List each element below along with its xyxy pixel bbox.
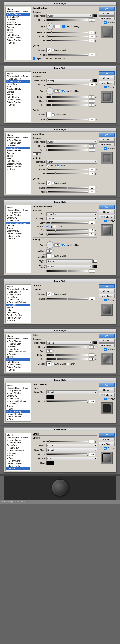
style-stroke-6[interactable]: ✓ Stroke (6, 369, 30, 371)
style-color-overlay-2[interactable]: Color Overlay (6, 96, 30, 98)
cancel-button-2[interactable]: Cancel (98, 76, 114, 80)
style-gradient-overlay-3[interactable]: Gradient Overlay (6, 162, 30, 165)
noise-slider-1[interactable] (46, 54, 88, 56)
noise-input-1[interactable] (89, 53, 95, 56)
size-input-2[interactable] (89, 104, 94, 107)
style-blending-3[interactable]: Blending Options: Default (6, 136, 30, 139)
ok-button-2[interactable]: OK (98, 72, 114, 76)
angle-input-4[interactable] (54, 243, 60, 246)
style-satin-1[interactable]: ✓ Satin (6, 31, 30, 34)
choke-slider-3[interactable] (46, 168, 88, 170)
cancel-button-3[interactable]: Cancel (98, 138, 114, 142)
style-outer-glow-4[interactable]: Outer Glow (6, 216, 30, 219)
style-pattern-overlay-6[interactable]: Pattern Overlay (6, 366, 30, 369)
new-style-button-4[interactable]: New Style... (98, 215, 114, 219)
angle-dial-4[interactable] (46, 241, 54, 248)
style-blending-4[interactable]: Blending Options: Default (6, 209, 30, 211)
anti-aliased-cb-3[interactable] (52, 182, 54, 184)
global-light-cb-1[interactable] (62, 25, 65, 28)
style-pattern-overlay-2[interactable]: Pattern Overlay (6, 101, 30, 104)
style-contour-8[interactable]: ✓ Contour (6, 452, 30, 454)
blend-mode-dropdown-3[interactable]: Multiply ▼ (46, 140, 98, 144)
size-slider-8[interactable] (46, 441, 88, 442)
shadow-swatch-4[interactable] (94, 265, 98, 268)
style-color-overlay-8[interactable]: ✓ Color Overlay (6, 460, 30, 462)
style-outer-glow-6[interactable]: Outer Glow (6, 345, 30, 348)
shadow-opacity-input-4[interactable] (89, 269, 95, 272)
size-input-6[interactable] (89, 358, 94, 360)
opacity-slider-3[interactable] (46, 145, 88, 147)
satin-color-swatch-6[interactable] (94, 342, 98, 344)
jitter-input-3[interactable] (89, 190, 95, 193)
new-style-button-1[interactable]: New Style... (98, 16, 114, 20)
preview-cb-2[interactable] (104, 86, 106, 88)
choke-input-3[interactable] (89, 168, 95, 171)
style-satin-8[interactable]: ✓ Satin (6, 457, 30, 460)
contour-preview-5[interactable] (46, 292, 51, 296)
style-stroke-8[interactable]: ✓ Stroke (6, 468, 30, 470)
size-slider-3[interactable] (46, 172, 88, 174)
invert-cb-6[interactable] (66, 363, 69, 365)
style-color-overlay-5[interactable]: Color Overlay (6, 312, 30, 314)
style-color-overlay-4[interactable]: Color Overlay (6, 230, 30, 232)
style-drop-shadow-8[interactable]: ✓ Drop Shadow (6, 439, 30, 442)
style-gradient-overlay-8[interactable]: Gradient Overlay (6, 462, 30, 465)
style-color-overlay-6[interactable]: Color Overlay (6, 361, 30, 364)
new-style-button-6[interactable]: New Style... (98, 344, 114, 348)
style-drop-shadow-4[interactable]: ✓ Drop Shadow (6, 211, 30, 214)
style-color-overlay-1[interactable]: Color Overlay (6, 34, 30, 36)
opacity-input-3[interactable] (89, 144, 95, 148)
style-pattern-overlay-1[interactable]: Pattern Overlay (6, 39, 30, 42)
angle-input-1[interactable] (54, 25, 60, 28)
size-input-3[interactable] (89, 172, 94, 175)
ok-button-7[interactable]: OK (98, 383, 114, 387)
overlay-color-swatch-7[interactable] (46, 395, 54, 399)
ok-button-3[interactable]: OK (98, 133, 114, 137)
cancel-button-5[interactable]: Cancel (98, 289, 114, 293)
preview-cb-5[interactable] (104, 299, 106, 302)
preview-cb-1[interactable] (104, 21, 106, 24)
fill-type-dropdown-8[interactable]: Color ▼ (46, 457, 98, 460)
style-texture-7[interactable]: Texture (6, 405, 30, 408)
contour-preview-6[interactable] (46, 362, 51, 366)
style-color-overlay-7[interactable]: ✓ Color Overlay (6, 410, 30, 413)
ok-button-8[interactable]: OK (98, 433, 114, 437)
distance-input-1[interactable] (89, 31, 94, 34)
range-slider-5[interactable] (46, 298, 88, 300)
noise-slider-2[interactable] (46, 119, 88, 120)
position-dropdown-8[interactable]: Center ▼ (46, 444, 98, 448)
new-style-button-3[interactable]: New Style... (98, 142, 114, 146)
style-bevel-6[interactable]: ✓ Bevel and Emboss (6, 350, 30, 353)
anti-aliased-cb-6[interactable] (52, 363, 54, 365)
distance-slider-1[interactable] (46, 32, 88, 33)
style-texture-1[interactable]: Texture (6, 28, 30, 31)
size-slider-4[interactable] (46, 229, 88, 231)
layer-knocks-cb-1[interactable] (32, 57, 35, 60)
style-satin-6[interactable]: ✓ Satin (6, 358, 30, 361)
style-gradient-overlay-4[interactable]: Gradient Overlay (6, 232, 30, 235)
distance-slider-2[interactable] (46, 96, 88, 98)
style-inner-shadow-5[interactable]: ✓ Inner Shadow (6, 293, 30, 296)
style-blending-5[interactable]: Blending Options: Default (6, 288, 30, 290)
style-stroke-5[interactable]: ✓ Stroke (6, 319, 30, 322)
cancel-button-4[interactable]: Cancel (98, 210, 114, 214)
style-texture-2[interactable]: Texture (6, 93, 30, 96)
highlight-swatch-4[interactable] (94, 260, 98, 262)
angle-input-6[interactable] (46, 350, 52, 352)
style-inner-glow-5[interactable]: ✓ Inner Glow (6, 298, 30, 301)
altitude-input-4[interactable] (46, 249, 52, 252)
style-inner-shadow-6[interactable]: ✓ Inner Shadow (6, 342, 30, 345)
technique-dropdown-4[interactable]: Smooth ▼ (46, 217, 98, 220)
style-pattern-overlay-5[interactable]: Pattern Overlay (6, 316, 30, 319)
style-outer-glow-7[interactable]: Outer Glow (6, 395, 30, 397)
glow-color-swatch-3[interactable] (32, 152, 36, 155)
style-bevel-8[interactable]: ✓ Bevel and Emboss (6, 449, 30, 452)
new-style-button-8[interactable]: New Style... (98, 442, 114, 446)
style-inner-shadow-3[interactable]: ✓ Inner Shadow (6, 142, 30, 144)
opacity-input-1[interactable] (89, 18, 95, 22)
style-drop-shadow-6[interactable]: ✓ Drop Shadow (6, 340, 30, 342)
style-contour-2[interactable]: Contour (6, 91, 30, 93)
style-stroke-4[interactable]: ✓ Stroke (6, 237, 30, 240)
cancel-button-6[interactable]: Cancel (98, 338, 114, 342)
spread-input-1[interactable] (89, 35, 95, 38)
